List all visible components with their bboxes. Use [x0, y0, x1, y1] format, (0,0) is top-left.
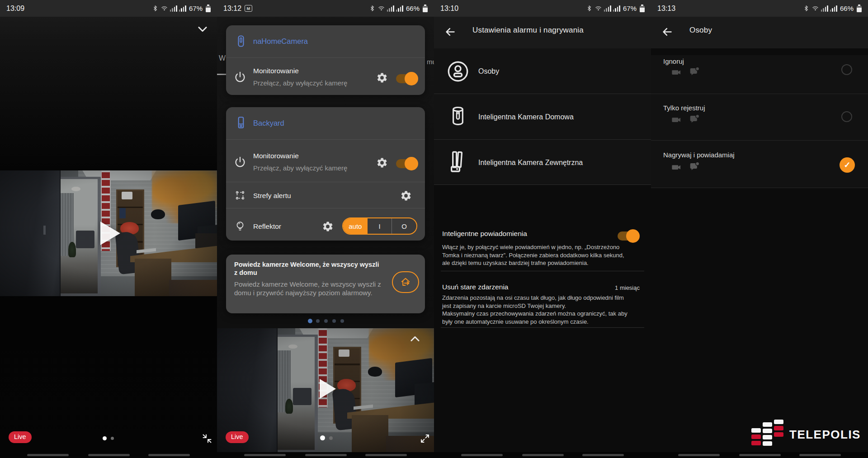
- notification-icon: [689, 66, 701, 79]
- indoor-camera-icon: [234, 34, 248, 50]
- back-arrow-icon[interactable]: [661, 26, 673, 40]
- monitoring-toggle[interactable]: [396, 159, 417, 168]
- page-dot[interactable]: [111, 437, 114, 440]
- alert-zones-label: Strefy alertu: [253, 192, 291, 200]
- status-time: 13:13: [657, 5, 675, 13]
- smart-notifications-toggle[interactable]: [618, 231, 638, 241]
- menu-item-osoby[interactable]: Osoby: [434, 48, 651, 94]
- gesture-bar: [461, 454, 503, 456]
- wifi-icon: [377, 5, 385, 12]
- background-text-fragment-left: W: [219, 54, 226, 62]
- option-record-and-notify[interactable]: Nagrywaj i powiadamiaj ✓: [651, 141, 868, 188]
- signal-icon: [604, 5, 611, 12]
- option-record-only[interactable]: Tylko rejestruj: [651, 94, 868, 141]
- monitoring-title: Monitorowanie: [253, 67, 299, 75]
- gear-icon[interactable]: [376, 157, 388, 170]
- page-title: Ustawienia alarmu i nagrywania: [472, 26, 584, 35]
- back-arrow-icon[interactable]: [444, 26, 456, 40]
- status-time: 13:10: [440, 5, 458, 13]
- collapse-icon[interactable]: [202, 433, 212, 446]
- outdoor-camera-icon: [234, 116, 248, 131]
- carousel-dot-active[interactable]: [308, 319, 312, 323]
- gesture-bar: [678, 454, 720, 456]
- gesture-bar: [799, 454, 841, 456]
- monitoring-toggle[interactable]: [396, 74, 417, 83]
- segment-auto[interactable]: auto: [343, 218, 368, 234]
- gear-icon[interactable]: [400, 190, 412, 203]
- gesture-bar: [88, 454, 130, 456]
- radio-unselected[interactable]: [841, 111, 852, 122]
- notification-icon: [689, 113, 701, 127]
- option-ignore[interactable]: Ignoruj: [651, 55, 868, 94]
- gesture-bar: [148, 454, 190, 456]
- gesture-bar: [305, 454, 347, 456]
- video-camera-icon: [671, 66, 683, 80]
- signal2-icon: [179, 5, 186, 12]
- app-header: Osoby: [651, 17, 868, 48]
- segment-off[interactable]: O: [392, 218, 416, 234]
- live-badge: Live: [9, 431, 32, 443]
- gear-icon[interactable]: [322, 221, 334, 234]
- signal-icon: [387, 5, 394, 12]
- power-icon: [233, 71, 247, 86]
- monitoring-subtitle: Przełącz, aby wyłączyć kamerę: [253, 164, 347, 172]
- page-dot-active[interactable]: [320, 435, 325, 440]
- delete-old-events-title: Usuń stare zdarzenia: [442, 283, 508, 291]
- power-icon: [233, 156, 247, 171]
- radio-unselected[interactable]: [841, 64, 852, 75]
- indoor-camera-icon: [446, 104, 470, 132]
- signal2-icon: [396, 5, 403, 12]
- bluetooth-icon: [586, 5, 593, 12]
- menu-item-indoor-camera[interactable]: Inteligentna Kamera Domowa: [434, 94, 651, 140]
- leave-home-button[interactable]: [392, 271, 419, 293]
- battery-icon: [640, 5, 645, 12]
- wifi-icon: [811, 5, 819, 12]
- expand-icon[interactable]: [420, 433, 430, 446]
- play-button[interactable]: [320, 379, 336, 399]
- page-dot[interactable]: [329, 436, 333, 440]
- carousel-dot[interactable]: [340, 319, 344, 323]
- signal-icon: [821, 5, 828, 12]
- background-tab-indicator: [217, 74, 226, 75]
- panel-camera-live: 13:09 67%: [0, 0, 217, 458]
- gear-icon[interactable]: [376, 72, 388, 85]
- spotlight-mode-segmented: auto I O: [342, 217, 417, 235]
- chevron-up-icon[interactable]: [409, 333, 421, 347]
- panel-camera-settings-overlay: 13:12M 66% W mu naHomeCamera Monitorowan…: [217, 0, 434, 458]
- alert-zones-icon: [234, 189, 246, 203]
- video-camera-icon: [671, 114, 683, 127]
- status-bar: 13:09 67%: [0, 0, 217, 17]
- signal-icon: [170, 5, 177, 12]
- battery-icon: [423, 5, 428, 12]
- camera-name: naHomeCamera: [253, 37, 308, 46]
- chevron-down-icon[interactable]: [196, 23, 209, 37]
- action-card-title: Powiedz kamerze Welcome, że wszyscy wysz…: [234, 260, 383, 277]
- screenshot-root: 13:09 67%: [0, 0, 868, 458]
- play-button[interactable]: [100, 222, 120, 245]
- segment-on[interactable]: I: [368, 218, 392, 234]
- bottom-gesture-strip: [0, 452, 868, 458]
- gesture-bar: [27, 454, 69, 456]
- spotlight-label: Reflektor: [253, 222, 281, 231]
- carousel-dot[interactable]: [316, 319, 320, 323]
- camera-feed[interactable]: [217, 328, 434, 452]
- status-time: 13:09: [6, 5, 24, 13]
- gesture-bar: [365, 454, 407, 456]
- camera-feed[interactable]: [0, 170, 217, 296]
- radio-selected-check[interactable]: ✓: [840, 157, 855, 173]
- carousel-dot[interactable]: [332, 319, 336, 323]
- smart-notifications-title: Inteligentne powiadomienia: [442, 230, 527, 238]
- status-bar: 13:13 66%: [651, 0, 868, 17]
- bluetooth-icon: [369, 5, 376, 12]
- battery-percent: 66%: [406, 5, 420, 12]
- page-dot-active[interactable]: [103, 436, 107, 440]
- telepolis-wordmark: TELEPOLIS: [789, 428, 861, 442]
- menu-item-outdoor-camera[interactable]: Inteligentna Kamera Zewnętrzna: [434, 140, 651, 185]
- live-badge: Live: [226, 431, 249, 443]
- carousel-dot[interactable]: [324, 319, 328, 323]
- app-header: Ustawienia alarmu i nagrywania: [434, 17, 651, 48]
- page-title: Osoby: [689, 26, 712, 35]
- delete-old-events-value[interactable]: 1 miesiąc: [588, 284, 640, 291]
- notification-icon: [689, 161, 701, 174]
- person-icon: [446, 59, 470, 85]
